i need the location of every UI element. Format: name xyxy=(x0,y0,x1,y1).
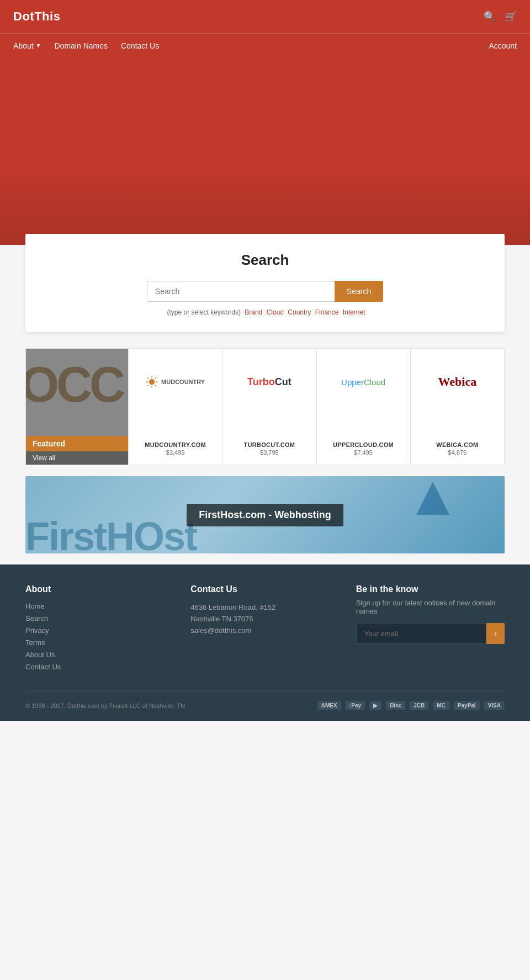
search-keywords: (type or select keywords) Brand Cloud Co… xyxy=(39,308,491,316)
footer-email-input[interactable] xyxy=(356,623,486,644)
nav-left: About ▼ Domain Names Contact Us xyxy=(13,41,159,50)
footer-subscribe: Be in the know Sign up for our latest no… xyxy=(356,584,505,675)
svg-line-7 xyxy=(155,377,156,379)
cart-icon[interactable]: 🛒 xyxy=(505,10,517,23)
domain-logo-mudcountry: MUDCOUNTRY xyxy=(134,360,216,404)
footer-subscribe-title: Be in the know xyxy=(356,584,505,594)
footer-email: sales@dotthis.com xyxy=(190,625,339,637)
search-section: Search Search (type or select keywords) … xyxy=(25,234,505,332)
featured-label: Featured xyxy=(26,436,128,451)
footer-subscribe-button[interactable]: › xyxy=(486,623,505,644)
search-icon[interactable]: 🔍 xyxy=(484,10,496,23)
footer-link-search[interactable]: Search xyxy=(25,614,174,622)
search-row: Search xyxy=(39,281,491,302)
footer-address-line1: 4636 Lebanon Road, #152 xyxy=(190,602,339,614)
domain-price: $3,495 xyxy=(145,449,206,456)
nav-domain-names[interactable]: Domain Names xyxy=(55,41,108,50)
featured-bg-text: OCC xyxy=(26,360,123,409)
domain-info-webica: WEBICA.COM $4,875 xyxy=(436,441,478,456)
featured-view-all[interactable]: View all xyxy=(26,451,128,465)
payment-diners: ▶ xyxy=(369,701,381,710)
products-grid: OCC Featured View all xyxy=(25,348,505,465)
header-top: DotThis 🔍 🛒 xyxy=(0,0,530,33)
footer-email-row: › xyxy=(356,623,505,644)
domain-card-uppercloud[interactable]: UpperCloud UPPERCLOUD.COM $7,495 xyxy=(317,349,411,465)
footer-link-privacy[interactable]: Privacy xyxy=(25,626,174,635)
footer-about: About Home Search Privacy Terms About Us… xyxy=(25,584,174,675)
keyword-country[interactable]: Country xyxy=(288,308,311,316)
domain-name: WEBICA.COM xyxy=(436,441,478,448)
banner-arrow-icon xyxy=(416,482,449,515)
footer-link-about-us[interactable]: About Us xyxy=(25,651,174,659)
svg-line-5 xyxy=(147,377,149,379)
header-icons: 🔍 🛒 xyxy=(484,10,517,23)
banner-title: FirstHost.com - Webhosting xyxy=(187,504,343,526)
search-input[interactable] xyxy=(147,281,335,302)
svg-point-0 xyxy=(149,379,155,385)
chevron-down-icon: ▼ xyxy=(36,42,41,49)
footer-bottom: © 1998 - 2017, Dotthis.com by Tricraft L… xyxy=(25,691,505,710)
domain-logo-turbocut: TurboCut xyxy=(228,360,310,404)
footer: About Home Search Privacy Terms About Us… xyxy=(0,564,530,721)
site-logo[interactable]: DotThis xyxy=(13,9,60,24)
nav-contact-us[interactable]: Contact Us xyxy=(121,41,159,50)
sun-icon xyxy=(146,376,158,388)
domain-logo-webica: Webica xyxy=(416,360,499,404)
featured-card: OCC Featured View all xyxy=(26,349,128,465)
nav-about[interactable]: About ▼ xyxy=(13,41,41,50)
domain-name: MUDCOUNTRY.COM xyxy=(145,441,206,448)
keyword-brand[interactable]: Brand xyxy=(245,308,262,316)
nav-right: Account xyxy=(489,41,517,50)
hero-banner xyxy=(0,57,530,245)
domain-name: UPPERCLOUD.COM xyxy=(333,441,394,448)
footer-about-title: About xyxy=(25,584,174,594)
domain-card-mudcountry[interactable]: MUDCOUNTRY MUDCOUNTRY.COM $3,495 xyxy=(129,349,222,465)
domain-info-mudcountry: MUDCOUNTRY.COM $3,495 xyxy=(145,441,206,456)
svg-line-8 xyxy=(147,385,149,386)
products-section: OCC Featured View all xyxy=(25,348,505,465)
keyword-finance[interactable]: Finance xyxy=(315,308,339,316)
nav-account[interactable]: Account xyxy=(489,41,517,50)
footer-address-line2: Nashville TN 37076 xyxy=(190,614,339,625)
domain-info-uppercloud: UPPERCLOUD.COM $7,495 xyxy=(333,441,394,456)
domain-name: TURBOCUT.COM xyxy=(243,441,295,448)
payment-applepay: Pay xyxy=(346,701,365,710)
footer-copyright: © 1998 - 2017, Dotthis.com by Tricraft L… xyxy=(25,702,185,709)
search-button[interactable]: Search xyxy=(335,281,383,302)
svg-line-6 xyxy=(155,385,156,386)
keyword-internet[interactable]: Internet xyxy=(343,308,365,316)
payment-visa: VISA xyxy=(484,701,505,710)
footer-subscribe-text: Sign up for our latest notices of new do… xyxy=(356,599,505,615)
footer-grid: About Home Search Privacy Terms About Us… xyxy=(25,584,505,675)
domain-price: $3,795 xyxy=(243,449,295,456)
nav-bar: About ▼ Domain Names Contact Us Account xyxy=(0,33,530,57)
banner-bg-text: FirstHOst xyxy=(25,514,197,553)
payment-mastercard: MC xyxy=(433,701,449,710)
domain-info-turbocut: TURBOCUT.COM $3,795 xyxy=(243,441,295,456)
keyword-cloud[interactable]: Cloud xyxy=(267,308,284,316)
footer-contact-title: Contact Us xyxy=(190,584,339,594)
footer-link-terms[interactable]: Terms xyxy=(25,638,174,647)
payment-icons: AMEX Pay ▶ Disc JCB MC PayPal VISA xyxy=(317,701,505,710)
search-title: Search xyxy=(39,252,491,269)
domain-cards: MUDCOUNTRY MUDCOUNTRY.COM $3,495 TurboCu… xyxy=(128,349,504,465)
domain-card-webica[interactable]: Webica WEBICA.COM $4,875 xyxy=(411,349,504,465)
payment-discover: Disc xyxy=(386,701,405,710)
domain-price: $4,875 xyxy=(436,449,478,456)
payment-paypal: PayPal xyxy=(454,701,480,710)
footer-link-home[interactable]: Home xyxy=(25,602,174,610)
domain-card-turbocut[interactable]: TurboCut TURBOCUT.COM $3,795 xyxy=(222,349,316,465)
domain-price: $7,495 xyxy=(333,449,394,456)
payment-jcb: JCB xyxy=(410,701,428,710)
domain-logo-uppercloud: UpperCloud xyxy=(322,360,405,404)
footer-link-contact-us[interactable]: Contact Us xyxy=(25,663,174,671)
banner-section[interactable]: FirstHOst FirstHost.com - Webhosting xyxy=(25,476,505,553)
payment-amex: AMEX xyxy=(317,701,341,710)
footer-contact: Contact Us 4636 Lebanon Road, #152 Nashv… xyxy=(190,584,339,675)
